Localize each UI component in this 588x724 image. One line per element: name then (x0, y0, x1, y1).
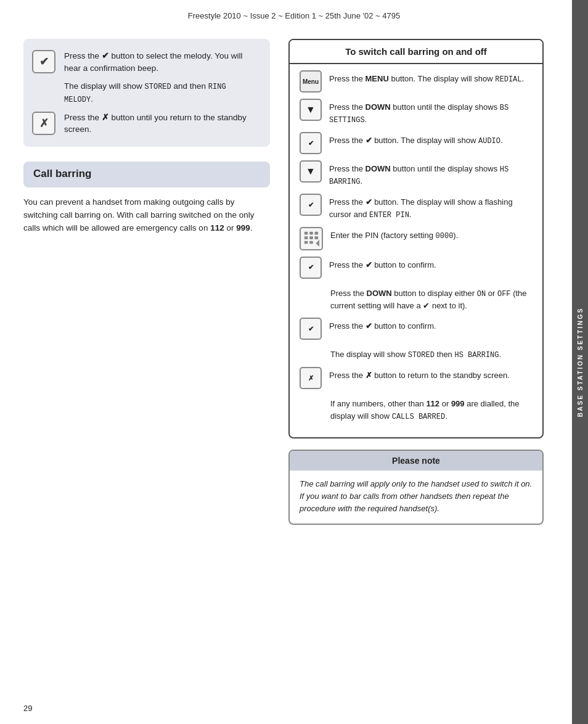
call-barring-desc: You can prevent a handset from making ou… (23, 196, 270, 235)
step-check-3-text: Press the ✔ button to confirm. (329, 257, 436, 271)
step-check-4: ✔ Press the ✔ button to confirm. (300, 318, 533, 340)
step-check-4-text: Press the ✔ button to confirm. (329, 318, 436, 332)
svg-rect-0 (304, 231, 308, 234)
melody-text-1: Press the ✔ button to select the melody.… (64, 50, 259, 74)
melody-section: ✔ Press the ✔ button to select the melod… (23, 39, 270, 147)
melody-row-1: ✔ Press the ✔ button to select the melod… (32, 50, 259, 74)
svg-rect-5 (315, 236, 319, 239)
step-cross-text: Press the ✗ button to return to the stan… (329, 367, 510, 382)
step-stored-text: The display will show STORED then HS BAR… (330, 346, 501, 361)
svg-rect-3 (304, 236, 308, 239)
please-note-header: Please note (290, 451, 542, 471)
step-check-2-text: Press the ✔ button. The display will sho… (329, 194, 533, 221)
melody-row-2: The display will show STORED and then RI… (32, 80, 259, 105)
step-menu: Menu Press the MENU button. The display … (300, 70, 533, 93)
step-down-desc-text: Press the DOWN button to display either … (330, 285, 533, 312)
cross-icon-1: ✗ (32, 112, 55, 135)
svg-rect-6 (304, 241, 308, 244)
step-menu-text: Press the MENU button. The display will … (329, 70, 524, 85)
call-barring-section: Call barring (23, 162, 270, 187)
down-button-icon-2: ▼ (300, 160, 322, 183)
svg-rect-7 (309, 241, 313, 244)
sidebar-label: BASE STATION SETTINGS (572, 0, 588, 724)
barring-steps: Menu Press the MENU button. The display … (290, 64, 542, 422)
melody-text-3: Press the ✗ button until you return to t… (64, 112, 259, 136)
please-note-box: Please note The call barring will apply … (288, 450, 544, 525)
page-number: 29 (23, 704, 32, 713)
step-check-1: ✔ Press the ✔ button. The display will s… (300, 132, 533, 154)
step-calls-barred: If any numbers, other than 112 or 999 ar… (300, 395, 533, 422)
step-down-1: ▼ Press the DOWN button until the displa… (300, 99, 533, 126)
step-keypad: Enter the PIN (factory setting 0000). (300, 227, 533, 250)
step-down-desc: Press the DOWN button to display either … (300, 285, 533, 312)
keypad-icon (300, 227, 323, 250)
sidebar-label-text: BASE STATION SETTINGS (577, 307, 584, 417)
main-content: ✔ Press the ✔ button to select the melod… (0, 27, 572, 537)
step-check-3: ✔ Press the ✔ button to confirm. (300, 257, 533, 279)
step-down-2: ▼ Press the DOWN button until the displa… (300, 160, 533, 187)
svg-marker-8 (316, 239, 319, 246)
please-note-body: The call barring will apply only to the … (290, 471, 542, 524)
menu-button-icon: Menu (300, 70, 322, 93)
step-cross: ✗ Press the ✗ button to return to the st… (300, 367, 533, 389)
check-icon-1: ✔ (32, 50, 55, 73)
switch-barring-box: To switch call barring on and off Menu P… (288, 39, 544, 438)
step-down-1-text: Press the DOWN button until the display … (329, 99, 533, 126)
check-button-icon-1: ✔ (300, 132, 322, 154)
svg-rect-2 (315, 231, 319, 234)
step-check-2: ✔ Press the ✔ button. The display will s… (300, 194, 533, 221)
switch-barring-title: To switch call barring on and off (290, 40, 542, 64)
svg-rect-1 (309, 231, 313, 234)
melody-row-3: ✗ Press the ✗ button until you return to… (32, 112, 259, 136)
check-button-icon-3: ✔ (300, 257, 322, 279)
cross-button-icon: ✗ (300, 367, 322, 389)
step-calls-barred-text: If any numbers, other than 112 or 999 ar… (330, 395, 533, 422)
step-stored: The display will show STORED then HS BAR… (300, 346, 533, 361)
svg-rect-4 (309, 236, 313, 239)
left-column: ✔ Press the ✔ button to select the melod… (23, 39, 270, 525)
down-button-icon-1: ▼ (300, 99, 322, 121)
check-button-icon-4: ✔ (300, 318, 322, 340)
right-column: To switch call barring on and off Menu P… (288, 39, 544, 525)
call-barring-title: Call barring (33, 168, 260, 180)
page-header: Freestyle 2010 ~ Issue 2 ~ Edition 1 ~ 2… (0, 0, 588, 27)
step-down-2-text: Press the DOWN button until the display … (329, 160, 533, 187)
melody-text-2: The display will show STORED and then RI… (64, 80, 259, 105)
step-check-1-text: Press the ✔ button. The display will sho… (329, 132, 503, 147)
header-title: Freestyle 2010 ~ Issue 2 ~ Edition 1 ~ 2… (188, 11, 400, 20)
check-button-icon-2: ✔ (300, 194, 322, 216)
step-keypad-text: Enter the PIN (factory setting 0000). (330, 227, 458, 242)
